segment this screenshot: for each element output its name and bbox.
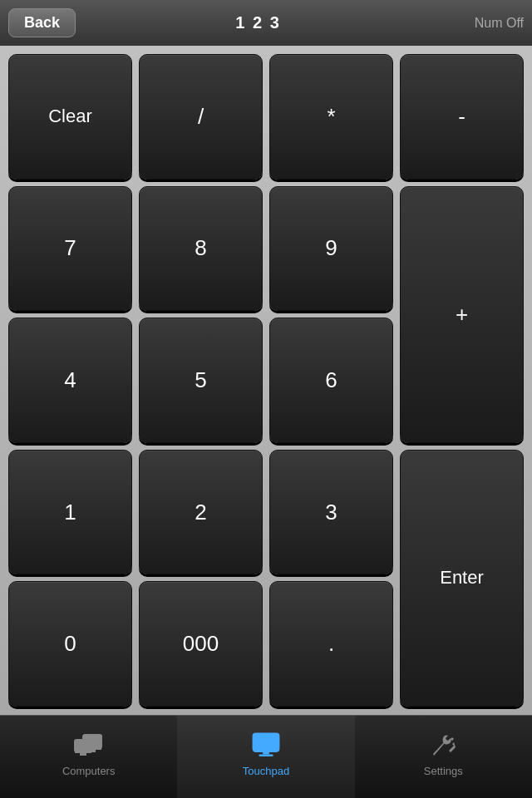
key-plus[interactable]: +	[400, 186, 524, 443]
svg-rect-5	[80, 753, 86, 756]
key-9[interactable]: 9	[269, 186, 393, 312]
key-000[interactable]: 000	[139, 581, 263, 707]
settings-icon	[426, 732, 460, 761]
tab-settings[interactable]: Settings	[355, 716, 532, 798]
key-2[interactable]: 2	[139, 450, 263, 575]
numpad: Clear / * - 7 8 9 + 4 5 6 1 2 3 Enter 0 …	[0, 46, 532, 715]
tab-touchpad-label: Touchpad	[243, 765, 289, 777]
key-8[interactable]: 8	[139, 186, 263, 312]
key-clear[interactable]: Clear	[8, 54, 132, 180]
key-1[interactable]: 1	[8, 450, 132, 575]
key-3[interactable]: 3	[269, 450, 393, 575]
tab-touchpad[interactable]: Touchpad	[177, 716, 354, 798]
svg-rect-8	[263, 751, 269, 755]
key-5[interactable]: 5	[139, 318, 263, 443]
top-bar: Back 1 2 3 Num Off	[0, 0, 532, 46]
tab-computers-label: Computers	[62, 765, 116, 777]
key-dot[interactable]: .	[269, 581, 393, 707]
touchpad-icon	[249, 732, 283, 761]
key-4[interactable]: 4	[8, 318, 132, 443]
key-enter[interactable]: Enter	[400, 450, 524, 707]
num-off-label: Num Off	[441, 16, 524, 31]
svg-rect-3	[75, 740, 91, 751]
tab-settings-label: Settings	[424, 765, 463, 777]
svg-rect-6	[254, 734, 278, 751]
svg-rect-9	[259, 755, 273, 756]
key-7[interactable]: 7	[8, 186, 132, 312]
key-0[interactable]: 0	[8, 581, 132, 707]
key-minus[interactable]: -	[400, 54, 524, 180]
tab-computers[interactable]: Computers	[0, 716, 177, 798]
tab-bar: Computers Touchpad	[0, 715, 532, 798]
computers-icon	[72, 732, 106, 761]
key-multiply[interactable]: *	[269, 54, 393, 180]
back-button[interactable]: Back	[8, 8, 76, 37]
top-title: 1 2 3	[76, 13, 441, 32]
svg-rect-4	[75, 751, 91, 753]
key-divide[interactable]: /	[139, 54, 263, 180]
key-6[interactable]: 6	[269, 318, 393, 443]
